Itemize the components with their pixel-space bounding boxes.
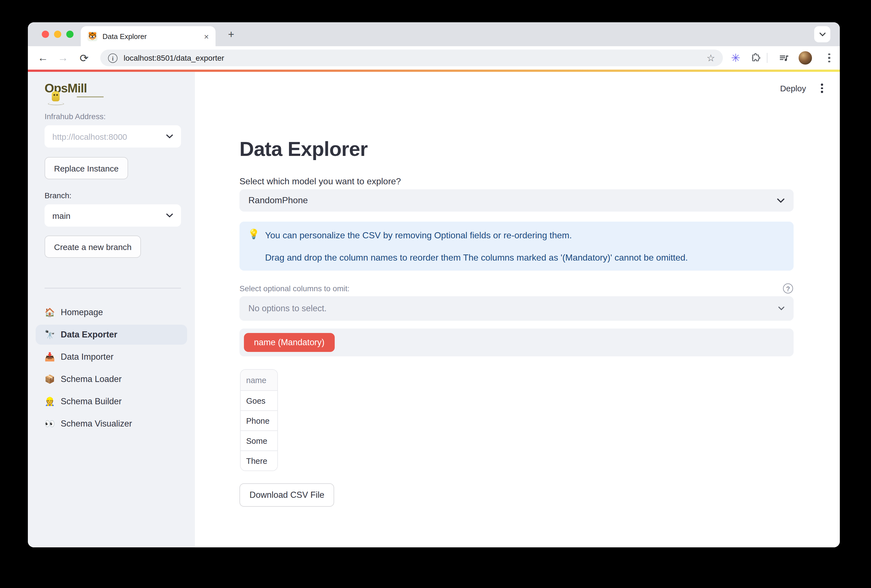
sidebar-nav: 🏠 Homepage 🔭 Data Exporter 📥 Data Import…	[36, 302, 187, 434]
url-text: localhost:8501/data_exporter	[124, 54, 707, 62]
info-line-1: You can personalize the CSV by removing …	[265, 229, 572, 242]
branch-select[interactable]: main	[45, 204, 181, 227]
help-icon[interactable]: ?	[783, 283, 793, 293]
sidebar: OpsMill Infrahub Address: http://localho…	[28, 72, 195, 548]
app-menu-icon[interactable]	[821, 84, 823, 93]
sidebar-item-label: Homepage	[61, 307, 103, 317]
lightbulb-icon: 💡	[248, 228, 259, 240]
bookmark-star-icon[interactable]: ☆	[707, 52, 715, 64]
package-icon: 📦	[45, 374, 55, 384]
sidebar-item-data-importer[interactable]: 📥 Data Importer	[36, 347, 187, 367]
table-row: Goes	[241, 391, 277, 411]
page-title: Data Explorer	[239, 138, 368, 161]
sidebar-item-schema-builder[interactable]: 👷 Schema Builder	[36, 392, 187, 411]
toolbar-divider	[767, 53, 768, 63]
sidebar-item-data-exporter[interactable]: 🔭 Data Exporter	[36, 325, 187, 345]
omit-columns-label: Select optional columns to omit:	[239, 284, 349, 293]
reload-button[interactable]: ⟳	[76, 46, 93, 70]
sidebar-item-label: Schema Visualizer	[61, 419, 132, 429]
browser-menu-icon[interactable]	[824, 52, 834, 63]
chevron-down-icon	[777, 198, 785, 203]
opsmill-tagline	[77, 96, 103, 98]
sidebar-item-label: Schema Loader	[61, 374, 122, 384]
browser-toolbar: ← → ⟳ i localhost:8501/data_exporter ☆ ✳	[28, 46, 840, 70]
new-tab-button[interactable]: +	[224, 27, 238, 42]
chevron-down-icon	[166, 213, 173, 218]
chevron-down-icon	[819, 32, 826, 36]
info-box: 💡 You can personalize the CSV by removin…	[239, 221, 793, 271]
opsmill-mascot-icon	[52, 91, 60, 101]
opsmill-logo: OpsMill	[45, 81, 123, 107]
forward-button[interactable]: →	[55, 46, 71, 70]
address-bar[interactable]: i localhost:8501/data_exporter ☆	[100, 49, 723, 66]
back-button[interactable]: ←	[34, 46, 51, 70]
close-window-button[interactable]	[42, 31, 49, 38]
telescope-icon: 🔭	[45, 330, 55, 340]
model-select[interactable]: RandomPhone	[239, 189, 793, 212]
streamlit-app: OpsMill Infrahub Address: http://localho…	[28, 72, 840, 548]
zoom-window-button[interactable]	[66, 31, 73, 38]
preview-table: name Goes Phone Some There	[240, 369, 278, 471]
sidebar-item-schema-visualizer[interactable]: 👀 Schema Visualizer	[36, 414, 187, 434]
home-icon: 🏠	[45, 307, 55, 317]
media-playlist-icon[interactable]	[775, 46, 792, 70]
model-select-label: Select which model you want to explore?	[239, 177, 401, 187]
download-csv-button[interactable]: Download CSV File	[239, 483, 334, 507]
omit-columns-multiselect[interactable]: No options to select.	[239, 296, 793, 321]
replace-instance-button[interactable]: Replace Instance	[45, 157, 128, 179]
column-order-strip: name (Mandatory)	[239, 329, 793, 356]
opsmill-mascot-shadow	[48, 102, 64, 105]
profile-avatar[interactable]	[799, 51, 812, 64]
create-branch-button[interactable]: Create a new branch	[45, 235, 141, 258]
instance-select-value: http://localhost:8000	[52, 132, 166, 141]
tab-favicon-icon: 🐯	[87, 31, 97, 41]
window-controls	[42, 31, 73, 38]
inbox-icon: 📥	[45, 352, 55, 362]
eyes-icon: 👀	[45, 419, 55, 429]
extension-asterisk-icon[interactable]: ✳	[727, 46, 744, 70]
sidebar-item-homepage[interactable]: 🏠 Homepage	[36, 302, 187, 322]
tab-search-button[interactable]	[814, 26, 831, 42]
mandatory-column-pill[interactable]: name (Mandatory)	[244, 333, 334, 352]
app-decoration-bar	[28, 70, 840, 72]
desktop-background: 🐯 Data Explorer × + ← → ⟳ i localhost:85…	[0, 0, 871, 588]
branch-select-value: main	[52, 211, 166, 220]
chevron-down-icon	[778, 306, 785, 311]
opsmill-logo-text: OpsMill	[45, 81, 87, 95]
omit-multiselect-placeholder: No options to select.	[248, 304, 778, 314]
construction-worker-icon: 👷	[45, 396, 55, 407]
deploy-button[interactable]: Deploy	[780, 84, 806, 93]
sidebar-item-label: Schema Builder	[61, 396, 122, 407]
tab-title: Data Explorer	[102, 32, 199, 40]
sidebar-item-label: Data Exporter	[61, 330, 117, 340]
table-header-cell: name	[241, 370, 277, 391]
chevron-down-icon	[166, 134, 173, 139]
minimize-window-button[interactable]	[54, 31, 61, 38]
main-content: Deploy Data Explorer Select which model …	[195, 72, 840, 548]
infrahub-address-label: Infrahub Address:	[45, 112, 106, 121]
browser-window: 🐯 Data Explorer × + ← → ⟳ i localhost:85…	[28, 22, 840, 548]
table-row: Phone	[241, 411, 277, 431]
app-header: Deploy	[780, 84, 823, 93]
sidebar-item-schema-loader[interactable]: 📦 Schema Loader	[36, 369, 187, 389]
sidebar-item-label: Data Importer	[61, 352, 114, 362]
info-line-2: Drag and drop the column names to reorde…	[265, 251, 688, 265]
table-row: There	[241, 451, 277, 470]
table-row: Some	[241, 431, 277, 451]
branch-label: Branch:	[45, 191, 72, 200]
tab-close-icon[interactable]: ×	[204, 31, 209, 41]
instance-select[interactable]: http://localhost:8000	[45, 125, 181, 148]
site-info-icon[interactable]: i	[108, 53, 118, 63]
sidebar-divider	[45, 288, 181, 289]
tab-strip: 🐯 Data Explorer × +	[28, 22, 840, 46]
extensions-puzzle-icon[interactable]	[747, 46, 764, 70]
model-select-value: RandomPhone	[248, 196, 777, 205]
browser-tab[interactable]: 🐯 Data Explorer ×	[81, 26, 216, 46]
